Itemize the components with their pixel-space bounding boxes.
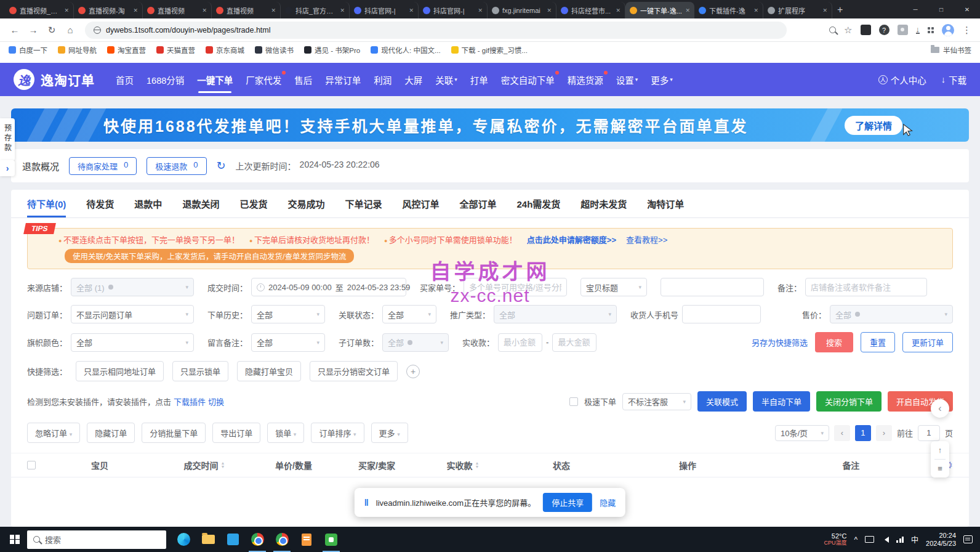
display-icon[interactable]	[865, 536, 874, 543]
apps-grid-icon[interactable]	[928, 27, 934, 33]
browser-tab[interactable]: 扩展程序✕	[763, 2, 832, 18]
export-order-button[interactable]: 导出订单	[212, 423, 260, 443]
refund-express-badge[interactable]: 极速退款0	[147, 157, 206, 175]
search-button[interactable]: 搜索	[815, 332, 853, 352]
promo-type-select[interactable]: 全部▾	[494, 305, 617, 323]
volume-icon[interactable]	[882, 537, 889, 543]
refund-pending-badge[interactable]: 待商家处理0	[69, 157, 137, 175]
cpu-temp-widget[interactable]: 52°C CPU温度	[824, 533, 846, 546]
browser-tab[interactable]: 直播视频-淘✕	[74, 2, 143, 18]
bookmark-item[interactable]: 淘宝直营	[107, 45, 146, 55]
tab-close-icon[interactable]: ✕	[547, 7, 552, 14]
more-button[interactable]: 更多 ▾	[371, 423, 408, 443]
buyer-order-no-input[interactable]	[464, 278, 567, 296]
select-all-checkbox[interactable]	[27, 461, 36, 469]
ignore-order-button[interactable]: 忽略订单 ▾	[27, 423, 80, 443]
browser-tab[interactable]: 抖店经营市...✕	[556, 2, 625, 18]
download-link[interactable]: ↓下载	[941, 73, 966, 86]
extensions-puzzle-icon[interactable]	[898, 25, 908, 35]
goto-page-input[interactable]	[918, 425, 940, 441]
taskbar-app-chrome-2[interactable]	[270, 527, 294, 552]
tab-refund-closed[interactable]: 退款关闭	[182, 190, 219, 217]
nav-item-profit[interactable]: 利润	[374, 73, 392, 86]
tab-close-icon[interactable]: ✕	[685, 7, 690, 14]
relation-mode-button[interactable]: 关联模式	[697, 391, 747, 412]
tab-pending-order[interactable]: 待下单(0)	[27, 190, 66, 217]
notification-center-icon[interactable]	[963, 535, 973, 543]
save-quick-filter-link[interactable]: 另存为快捷筛选	[752, 336, 808, 348]
home-icon[interactable]: ⌂	[62, 22, 79, 39]
tray-expand-icon[interactable]: ^	[854, 535, 857, 544]
bookmark-item[interactable]: 天猫直营	[156, 45, 195, 55]
back-to-top-widget[interactable]: ↑ ≡	[931, 441, 949, 477]
help-extension-icon[interactable]: ?	[879, 25, 890, 35]
refresh-icon[interactable]: ↻	[217, 159, 226, 172]
nav-item-big-screen[interactable]: 大屏	[404, 73, 422, 86]
side-tab-expand-arrow[interactable]: ›	[0, 160, 15, 176]
tab-risk-orders[interactable]: 风控订单	[402, 190, 439, 217]
tab-close-icon[interactable]: ✕	[64, 7, 69, 14]
batch-distribution-order-button[interactable]: 分销批量下单	[142, 423, 206, 443]
tab-close-icon[interactable]: ✕	[271, 7, 276, 14]
tab-close-icon[interactable]: ✕	[478, 7, 483, 14]
nav-item-factory-dropship[interactable]: 厂家代发	[246, 73, 281, 86]
relation-status-select[interactable]: 全部▾	[382, 305, 436, 323]
bookmark-item[interactable]: 下载 - gif搜索_习惯...	[451, 45, 528, 55]
price-select[interactable]: 全部▾	[830, 305, 953, 323]
switch-link[interactable]: 切换	[208, 396, 224, 407]
bookmark-item[interactable]: 白度一下	[9, 45, 47, 55]
nav-item-print-order[interactable]: 打单	[470, 73, 488, 86]
view-tutorial-link[interactable]: 查看教程>>	[626, 233, 667, 245]
reset-button[interactable]: 重置	[861, 332, 895, 352]
downloads-icon[interactable]: ↓	[916, 26, 920, 34]
sort-icon[interactable]: ▲▼	[475, 461, 480, 469]
tab-close-icon[interactable]: ✕	[616, 7, 621, 14]
new-tab-button[interactable]: +	[837, 4, 843, 15]
order-sort-button[interactable]: 订单排序 ▾	[311, 423, 364, 443]
order-history-select[interactable]: 全部▾	[251, 305, 325, 323]
nav-item-abnormal-orders[interactable]: 异常订单	[325, 73, 361, 86]
browser-tab[interactable]: 抖店官网-|✕	[419, 2, 488, 18]
site-info-icon[interactable]	[94, 26, 101, 34]
browser-tab[interactable]: fxg.jinritemai✕	[488, 2, 556, 18]
taskbar-app-store[interactable]	[220, 527, 245, 552]
bookmark-item[interactable]: 现代化人: 中国文...	[371, 45, 440, 55]
tab-taote-orders[interactable]: 淘特订单	[647, 190, 684, 217]
message-remark-select[interactable]: 全部▾	[251, 333, 325, 352]
ime-indicator[interactable]: 中	[911, 534, 918, 545]
menu-icon[interactable]: ≡	[938, 464, 942, 473]
user-center-link[interactable]: 人个人中心	[878, 73, 926, 86]
tab-order-records[interactable]: 下单记录	[345, 190, 382, 217]
taskbar-app-green[interactable]	[319, 527, 343, 552]
promo-banner[interactable]: 快使用1688代发推单吧！支持手机大单量推单，专属私密价，无需解密平台面单直发 …	[11, 108, 969, 142]
nav-item-aftersale[interactable]: 售后	[294, 73, 312, 86]
prev-page-button[interactable]: ‹	[834, 425, 850, 441]
banner-detail-button[interactable]: 了解详情	[845, 116, 902, 135]
quick-filter-same-address[interactable]: 只显示相同地址订单	[76, 361, 164, 381]
bookmarks-folder[interactable]: 半仙书签	[931, 45, 971, 55]
browser-tab[interactable]: 直播视频✕	[143, 2, 212, 18]
remark-input[interactable]	[805, 278, 927, 296]
tampermonkey-extension-icon[interactable]	[861, 25, 871, 35]
back-to-top-icon[interactable]: ↑	[938, 445, 942, 455]
forward-icon[interactable]: →	[25, 22, 42, 39]
quick-filter-locked-only[interactable]: 只显示锁单	[172, 361, 228, 381]
close-button[interactable]: ✕	[954, 0, 980, 18]
url-text[interactable]: dywebs.1tsoft.com/douyin-web/pages/trade…	[106, 26, 271, 34]
semi-auto-order-button[interactable]: 半自动下单	[753, 391, 810, 412]
nav-item-1688-distribution[interactable]: 1688分销	[147, 73, 184, 86]
flag-color-select[interactable]: 全部▾	[71, 333, 194, 352]
tab-shipped[interactable]: 已发货	[239, 190, 267, 217]
mark-service-select[interactable]: 不标注客服▾	[622, 393, 691, 410]
tab-close-icon[interactable]: ✕	[822, 7, 827, 14]
add-quick-filter-button[interactable]: +	[406, 365, 420, 378]
paid-max-input[interactable]	[552, 333, 596, 352]
browser-tab[interactable]: 抖店官网-|✕	[350, 2, 419, 18]
tab-refunding[interactable]: 退款中	[134, 190, 162, 217]
taskbar-app-edge[interactable]	[171, 527, 196, 552]
tab-close-icon[interactable]: ✕	[409, 7, 414, 14]
col-paid[interactable]: 实收款▲▼	[420, 459, 506, 471]
app-logo[interactable]: 逸 逸淘订单	[14, 69, 95, 90]
browser-tab-active[interactable]: 一键下单-逸...✕	[625, 2, 694, 18]
suborder-count-select[interactable]: 全部▾	[382, 333, 449, 352]
